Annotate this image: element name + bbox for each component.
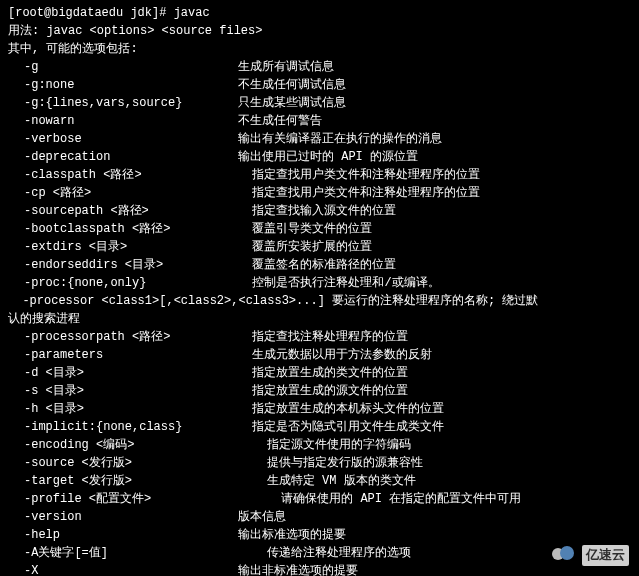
option-flag: -help — [8, 526, 238, 544]
option-desc: 输出标准选项的提要 — [238, 526, 346, 544]
option-desc: 不生成任何警告 — [238, 112, 322, 130]
option-row: -version版本信息 — [8, 508, 631, 526]
processor-cont: 认的搜索进程 — [8, 310, 631, 328]
watermark: 亿速云 — [550, 545, 629, 567]
option-row: -parameters 生成元数据以用于方法参数的反射 — [8, 346, 631, 364]
usage-line: 用法: javac <options> <source files> — [8, 22, 631, 40]
option-flag: -bootclasspath <路径> — [8, 220, 238, 238]
option-flag: -X — [8, 562, 238, 576]
option-flag: -g:none — [8, 76, 238, 94]
option-desc: 生成所有调试信息 — [238, 58, 334, 76]
option-flag: -processorpath <路径> — [8, 328, 238, 346]
option-flag: -endorseddirs <目录> — [8, 256, 238, 274]
option-flag: -sourcepath <路径> — [8, 202, 238, 220]
option-desc: 指定查找注释处理程序的位置 — [238, 328, 408, 346]
option-flag: -implicit:{none,class} — [8, 418, 238, 436]
option-desc: 指定放置生成的本机标头文件的位置 — [238, 400, 444, 418]
option-flag: -parameters — [8, 346, 238, 364]
option-row: -A关键字[=值] 传递给注释处理程序的选项 — [8, 544, 631, 562]
option-flag: -g — [8, 58, 238, 76]
option-row: -g:none不生成任何调试信息 — [8, 76, 631, 94]
option-row: -nowarn不生成任何警告 — [8, 112, 631, 130]
option-flag: -h <目录> — [8, 400, 238, 418]
option-desc: 提供与指定发行版的源兼容性 — [238, 454, 423, 472]
option-flag: -nowarn — [8, 112, 238, 130]
option-flag: -g:{lines,vars,source} — [8, 94, 238, 112]
intro-line: 其中, 可能的选项包括: — [8, 40, 631, 58]
option-row: -verbose输出有关编译器正在执行的操作的消息 — [8, 130, 631, 148]
option-flag: -proc:{none,only} — [8, 274, 238, 292]
option-flag: -target <发行版> — [8, 472, 238, 490]
shell-prompt[interactable]: [root@bigdataedu jdk]# javac — [8, 4, 631, 22]
option-flag: -d <目录> — [8, 364, 238, 382]
option-flag: -encoding <编码> — [8, 436, 238, 454]
option-row: -target <发行版> 生成特定 VM 版本的类文件 — [8, 472, 631, 490]
option-desc: 指定查找用户类文件和注释处理程序的位置 — [238, 166, 480, 184]
option-desc: 控制是否执行注释处理和/或编译。 — [238, 274, 440, 292]
processor-line: -processor <class1>[,<class2>,<class3>..… — [8, 292, 631, 310]
option-row: -extdirs <目录> 覆盖所安装扩展的位置 — [8, 238, 631, 256]
option-desc: 只生成某些调试信息 — [238, 94, 346, 112]
option-desc: 覆盖引导类文件的位置 — [238, 220, 372, 238]
option-flag: -verbose — [8, 130, 238, 148]
option-flag: -cp <路径> — [8, 184, 238, 202]
option-flag: -extdirs <目录> — [8, 238, 238, 256]
option-desc: 输出有关编译器正在执行的操作的消息 — [238, 130, 442, 148]
option-row: -s <目录> 指定放置生成的源文件的位置 — [8, 382, 631, 400]
option-row: -processorpath <路径> 指定查找注释处理程序的位置 — [8, 328, 631, 346]
option-desc: 指定源文件使用的字符编码 — [238, 436, 411, 454]
option-desc: 指定是否为隐式引用文件生成类文件 — [238, 418, 444, 436]
option-desc: 覆盖所安装扩展的位置 — [238, 238, 372, 256]
option-desc: 指定查找用户类文件和注释处理程序的位置 — [238, 184, 480, 202]
option-desc: 指定放置生成的类文件的位置 — [238, 364, 408, 382]
option-row: -d <目录> 指定放置生成的类文件的位置 — [8, 364, 631, 382]
option-row: -profile <配置文件> 请确保使用的 API 在指定的配置文件中可用 — [8, 490, 631, 508]
option-row: -encoding <编码> 指定源文件使用的字符编码 — [8, 436, 631, 454]
option-desc: 指定放置生成的源文件的位置 — [238, 382, 408, 400]
option-desc: 传递给注释处理程序的选项 — [238, 544, 411, 562]
option-row: -deprecation输出使用已过时的 API 的源位置 — [8, 148, 631, 166]
option-row: -implicit:{none,class} 指定是否为隐式引用文件生成类文件 — [8, 418, 631, 436]
option-desc: 请确保使用的 API 在指定的配置文件中可用 — [238, 490, 521, 508]
option-desc: 版本信息 — [238, 508, 286, 526]
option-desc: 指定查找输入源文件的位置 — [238, 202, 396, 220]
option-row: -classpath <路径> 指定查找用户类文件和注释处理程序的位置 — [8, 166, 631, 184]
option-flag: -deprecation — [8, 148, 238, 166]
option-desc: 输出使用已过时的 API 的源位置 — [238, 148, 418, 166]
option-flag: -classpath <路径> — [8, 166, 238, 184]
option-flag: -A关键字[=值] — [8, 544, 238, 562]
option-row: -help输出标准选项的提要 — [8, 526, 631, 544]
option-row: -endorseddirs <目录> 覆盖签名的标准路径的位置 — [8, 256, 631, 274]
option-desc: 不生成任何调试信息 — [238, 76, 346, 94]
option-row: -g:{lines,vars,source}只生成某些调试信息 — [8, 94, 631, 112]
option-flag: -version — [8, 508, 238, 526]
option-flag: -s <目录> — [8, 382, 238, 400]
option-desc: 输出非标准选项的提要 — [238, 562, 358, 576]
option-row: -g生成所有调试信息 — [8, 58, 631, 76]
watermark-text: 亿速云 — [582, 545, 629, 567]
option-flag: -source <发行版> — [8, 454, 238, 472]
option-row: -sourcepath <路径> 指定查找输入源文件的位置 — [8, 202, 631, 220]
option-row: -bootclasspath <路径> 覆盖引导类文件的位置 — [8, 220, 631, 238]
option-row: -cp <路径> 指定查找用户类文件和注释处理程序的位置 — [8, 184, 631, 202]
option-desc: 生成元数据以用于方法参数的反射 — [238, 346, 432, 364]
option-row: -proc:{none,only} 控制是否执行注释处理和/或编译。 — [8, 274, 631, 292]
option-desc: 覆盖签名的标准路径的位置 — [238, 256, 396, 274]
option-row: -X输出非标准选项的提要 — [8, 562, 631, 576]
option-flag: -profile <配置文件> — [8, 490, 238, 508]
option-row: -h <目录> 指定放置生成的本机标头文件的位置 — [8, 400, 631, 418]
option-desc: 生成特定 VM 版本的类文件 — [238, 472, 416, 490]
cloud-icon — [550, 546, 578, 564]
option-row: -source <发行版> 提供与指定发行版的源兼容性 — [8, 454, 631, 472]
